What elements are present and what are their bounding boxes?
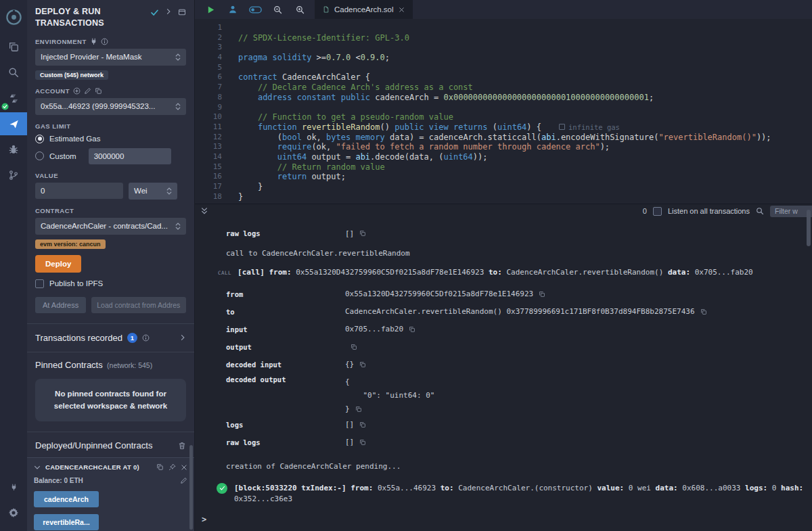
settings-icon[interactable]	[0, 501, 27, 524]
pin-panel-icon[interactable]	[178, 8, 186, 16]
panel-scrollbar[interactable]	[189, 445, 193, 530]
contract-call-button-cadenceArch[interactable]: cadenceArch	[34, 491, 99, 507]
code-line-15[interactable]: 15 // Return random value	[195, 162, 812, 172]
code-line-1[interactable]: 1	[195, 23, 812, 33]
code-line-6[interactable]: 6contract CadenceArchCaler {	[195, 72, 812, 83]
close-tab-icon[interactable]	[399, 7, 405, 13]
activity-bar	[0, 0, 27, 531]
line-number: 14	[195, 152, 222, 162]
code-line-10[interactable]: 10 // Function to get a pseudo-random va…	[195, 112, 812, 122]
code-line-7[interactable]: 7 // Declare Cadence Arch's address as a…	[195, 83, 812, 93]
ai-assistant-icon[interactable]	[226, 3, 240, 16]
edit-balance-icon[interactable]	[180, 477, 187, 484]
deploy-button[interactable]: Deploy	[35, 255, 81, 273]
collapse-contract-icon[interactable]	[34, 464, 41, 471]
expand-transactions-icon[interactable]	[179, 334, 186, 341]
line-number: 1	[195, 23, 222, 33]
terminal-prompt[interactable]: >	[195, 515, 812, 524]
copy-icon[interactable]	[700, 308, 707, 315]
environment-select[interactable]: Injected Provider - MetaMask	[35, 49, 186, 66]
code-line-3[interactable]: 3	[195, 43, 812, 53]
expand-terminal-icon[interactable]	[200, 207, 208, 215]
copy-icon[interactable]	[409, 326, 415, 333]
copilot-toggle[interactable]	[248, 3, 262, 16]
code-line-14[interactable]: 14 uint64 output = abi.decode(data, (uin…	[195, 152, 812, 162]
copy-icon[interactable]	[359, 361, 366, 368]
info-icon[interactable]	[101, 38, 108, 45]
line-number: 10	[195, 112, 222, 122]
code-text: // Declare Cadence Arch's address as a c…	[222, 83, 473, 93]
search-icon[interactable]	[0, 61, 27, 84]
chevron-right-icon[interactable]	[165, 8, 172, 15]
custom-gas-radio[interactable]	[35, 152, 44, 160]
custom-gas-input[interactable]	[89, 148, 171, 164]
solidity-file-icon	[323, 5, 330, 14]
search-icon[interactable]	[756, 207, 764, 215]
block-log-line[interactable]: [block:5033220 txIndex:-] from: 0x55a...…	[195, 483, 812, 505]
remix-logo[interactable]	[0, 4, 27, 30]
sign-message-icon[interactable]	[84, 87, 91, 95]
copy-icon[interactable]	[359, 421, 366, 428]
run-script-icon[interactable]	[204, 3, 217, 16]
value-unit-select[interactable]: Wei	[129, 183, 177, 200]
zoom-out-icon[interactable]	[271, 3, 284, 16]
contract-call-button-revertibleRa[interactable]: revertibleRa...	[34, 514, 99, 530]
remove-contract-icon[interactable]	[181, 464, 187, 471]
create-account-icon[interactable]	[73, 87, 81, 95]
info-icon[interactable]	[142, 334, 150, 342]
custom-gas-option[interactable]: Custom	[35, 148, 186, 164]
copy-icon[interactable]	[355, 406, 362, 413]
terminal-log: raw logs[]call to CadenceArchCaler.rever…	[195, 218, 812, 524]
copy-account-icon[interactable]	[95, 87, 102, 95]
code-line-18[interactable]: 18}	[195, 192, 812, 202]
detail-key: output	[226, 343, 345, 351]
call-log-line[interactable]: call[call] from: 0x55a1320D432759960C5Df…	[195, 267, 812, 279]
code-line-9[interactable]: 9	[195, 103, 812, 113]
code-line-16[interactable]: 16 return output;	[195, 172, 812, 182]
file-explorer-icon[interactable]	[0, 35, 27, 58]
tab-cadencearch-sol[interactable]: CadenceArch.sol	[315, 0, 413, 19]
plugin-manager-icon[interactable]	[0, 476, 27, 499]
solidity-compiler-icon[interactable]	[0, 87, 27, 110]
detail-key: logs	[226, 421, 345, 429]
clear-contracts-icon[interactable]	[178, 442, 186, 450]
copy-icon[interactable]	[539, 291, 545, 298]
panel-title: DEPLOY & RUN TRANSACTIONS	[35, 6, 137, 29]
pin-contract-icon[interactable]	[168, 463, 176, 471]
code-line-2[interactable]: 2// SPDX-License-Identifier: GPL-3.0	[195, 33, 812, 43]
estimated-gas-radio[interactable]	[35, 135, 44, 143]
copy-icon[interactable]	[359, 230, 366, 237]
code-line-13[interactable]: 13 require(ok, "failed to fetch a random…	[195, 142, 812, 152]
at-address-input[interactable]	[91, 297, 186, 313]
filter-input[interactable]	[770, 206, 812, 217]
code-line-4[interactable]: 4pragma solidity >=0.7.0 <0.9.0;	[195, 53, 812, 63]
listen-all-checkbox[interactable]	[653, 207, 662, 216]
estimated-gas-option[interactable]: Estimated Gas	[35, 135, 186, 143]
at-address-button[interactable]: At Address	[35, 297, 86, 313]
code-line-8[interactable]: 8 address constant public cadenceArch = …	[195, 93, 812, 103]
deploy-and-run-icon[interactable]	[0, 112, 27, 135]
value-input[interactable]	[35, 183, 123, 199]
account-select[interactable]: 0x55a...46923 (999.999945323...	[35, 98, 186, 115]
code-line-11[interactable]: 11 function revertibleRandom() public vi…	[195, 122, 812, 133]
copy-icon[interactable]	[359, 439, 366, 446]
line-number: 8	[195, 93, 222, 103]
git-icon[interactable]	[0, 164, 27, 187]
deployed-contracts-title: Deployed/Unpinned Contracts	[35, 440, 152, 451]
code-line-12[interactable]: 12 (bool ok, bytes memory data) = cadenc…	[195, 133, 812, 143]
copy-icon[interactable]	[351, 344, 357, 350]
detail-key: raw logs	[226, 438, 345, 446]
copy-address-icon[interactable]	[156, 463, 164, 471]
transactions-count-badge: 1	[127, 333, 137, 343]
code-editor[interactable]: 12// SPDX-License-Identifier: GPL-3.034p…	[195, 19, 812, 202]
zoom-in-icon[interactable]	[293, 3, 307, 16]
line-number: 18	[195, 192, 222, 202]
custom-gas-label: Custom	[49, 152, 76, 160]
contract-select[interactable]: CadenceArchCaler - contracts/Cad...	[35, 218, 186, 235]
terminal-scrollbar[interactable]	[807, 210, 811, 246]
code-text: function revertibleRandom() public view …	[222, 122, 620, 133]
publish-ipfs-checkbox[interactable]	[35, 279, 44, 288]
code-line-5[interactable]: 5	[195, 63, 812, 73]
debugger-icon[interactable]	[0, 138, 27, 161]
code-line-17[interactable]: 17 }	[195, 182, 812, 192]
